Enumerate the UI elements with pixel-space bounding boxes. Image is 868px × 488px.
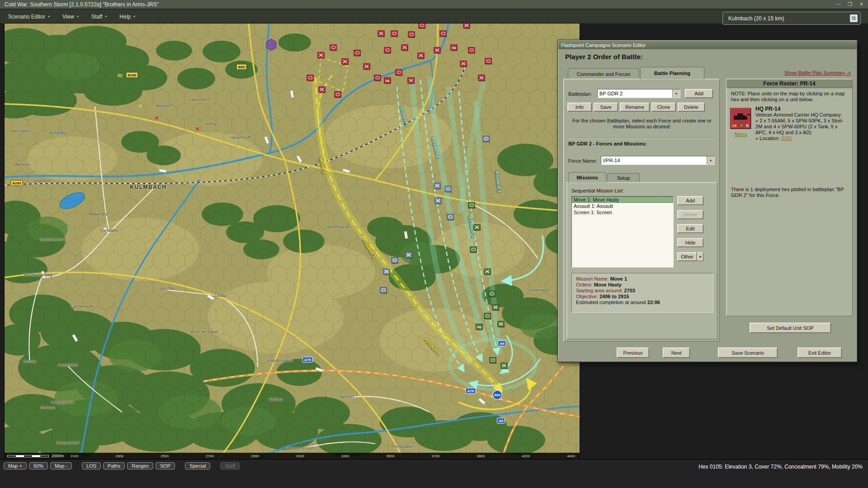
scenario-editor-window: Flashpoint Campaigns Scenario Editor Pla… bbox=[557, 40, 858, 362]
subtab-missions[interactable]: Missions bbox=[568, 172, 606, 183]
maximize-button[interactable]: ❐ bbox=[848, 1, 852, 7]
svg-text:✕: ✕ bbox=[195, 126, 199, 131]
map-name-label: Kulmbach (20 x 15 km) bbox=[728, 15, 784, 22]
map-ruler-number: 3700 bbox=[432, 454, 440, 458]
map-ruler-number: 3300 bbox=[341, 454, 349, 458]
mission-edit-button[interactable]: Edit bbox=[677, 224, 703, 233]
editor-title: Flashpoint Campaigns Scenario Editor bbox=[561, 42, 646, 48]
map-ruler-number: 3900 bbox=[476, 454, 485, 458]
mission-list-item[interactable]: Assault 1: Assault bbox=[572, 203, 673, 209]
subtab-setup-label: Setup bbox=[617, 175, 630, 181]
special-button[interactable]: Special bbox=[185, 462, 210, 469]
map-ruler-number: 3500 bbox=[387, 454, 395, 458]
sop-button[interactable]: SOP bbox=[156, 462, 175, 469]
battleplan-select[interactable]: BP GDR 2 ▼ bbox=[597, 89, 680, 98]
unit-name: HQ PR-14 bbox=[755, 106, 849, 112]
menu-view-label: View bbox=[62, 14, 74, 20]
info-button[interactable]: Info bbox=[567, 103, 592, 112]
chevron-down-icon: ▾ bbox=[105, 14, 107, 19]
map-name-box[interactable]: Kulmbach (20 x 15 km) ⧉ bbox=[722, 12, 861, 25]
map-canvas[interactable]: ✕✕✕ bbox=[5, 23, 580, 459]
mission-delete-button: Delete bbox=[677, 210, 703, 219]
svg-text:✕: ✕ bbox=[138, 103, 142, 108]
mission-list-item[interactable]: Screen 1: Screen bbox=[572, 209, 673, 216]
chevron-down-icon: ▾ bbox=[48, 14, 50, 19]
map-ruler-number: 2500 bbox=[160, 454, 169, 458]
map-jump-icon[interactable]: ⧉ bbox=[850, 14, 858, 22]
mission-hide-button[interactable]: Hide bbox=[677, 238, 703, 247]
status-bar: Map + 50% Map - LOS Paths Ranges SOP Spe… bbox=[0, 459, 868, 488]
battleplan-add-button[interactable]: Add bbox=[685, 89, 713, 98]
next-button[interactable]: Next bbox=[663, 347, 690, 358]
paths-button[interactable]: Paths bbox=[103, 462, 125, 469]
tab-commander-and-forces[interactable]: Commander and Forces bbox=[568, 68, 639, 79]
tank-silhouette-icon bbox=[734, 116, 747, 120]
map-ruler-number: 2100 bbox=[71, 454, 79, 458]
close-button[interactable]: ✕ bbox=[859, 1, 863, 7]
map-zoom-in-button[interactable]: Map + bbox=[4, 462, 27, 469]
mission-completion-value: 22:06 bbox=[647, 300, 660, 305]
deployment-note: There is 1 deployment hex plotted in bat… bbox=[731, 187, 848, 198]
mission-list-item[interactable]: Move 1: Move Hasty bbox=[572, 197, 673, 203]
map-ruler-number: 2300 bbox=[115, 454, 123, 458]
force-roster-panel: Force Roster: PR-14 NOTE: Place units on… bbox=[726, 79, 853, 316]
menu-scenario-editor[interactable]: Scenario Editor▾ bbox=[2, 11, 56, 23]
unit-location-link[interactable]: 3301 bbox=[781, 136, 792, 141]
map-zoom-out-button[interactable]: Map - bbox=[50, 462, 72, 469]
forces-missions-heading: BP GDR 2 - Forces and Missions: bbox=[568, 141, 647, 146]
tab-commander-label: Commander and Forces bbox=[577, 71, 631, 77]
dropdown-arrow-icon[interactable]: ▼ bbox=[672, 89, 680, 98]
dropdown-arrow-icon[interactable]: ▼ bbox=[707, 156, 714, 164]
zoom-level-button[interactable]: 50% bbox=[29, 462, 48, 469]
counter-strength-label: 14 bbox=[732, 123, 736, 128]
mission-completion-label: Estimated completion at around bbox=[576, 300, 646, 305]
save-button[interactable]: Save bbox=[594, 103, 618, 112]
save-scenario-button[interactable]: Save Scenario bbox=[718, 347, 778, 358]
exit-editor-button[interactable]: Exit Editor bbox=[797, 347, 842, 358]
mission-name-value: Move 1 bbox=[610, 276, 627, 282]
mission-list-label: Sequential Mission List: bbox=[571, 188, 624, 193]
minimize-button[interactable]: ─ bbox=[837, 1, 840, 7]
mission-other-dropdown-arrow[interactable]: ▼ bbox=[697, 252, 703, 261]
force-name-label: Force Name: bbox=[568, 158, 597, 164]
set-default-sop-button[interactable]: Set Default Unit SOP bbox=[750, 323, 831, 333]
map-ruler-numbers: 2100230025002700290031003300350037003900… bbox=[71, 454, 580, 458]
battleplan-label: Battleplan: bbox=[568, 91, 592, 97]
force-roster-title: Force Roster: PR-14 bbox=[726, 79, 852, 88]
clone-button[interactable]: Clone bbox=[651, 103, 676, 112]
mission-list[interactable]: Move 1: Move HastyAssault 1: AssaultScre… bbox=[571, 196, 674, 267]
editor-title-bar[interactable]: Flashpoint Campaigns Scenario Editor bbox=[558, 41, 857, 49]
chevron-down-icon: ▾ bbox=[77, 14, 79, 19]
battle-planning-page: Battleplan: BP GDR 2 ▼ Add Info Save Ren… bbox=[563, 79, 720, 342]
title-bar: Cold War: Southern Storm [2.1.0.5722α] "… bbox=[0, 0, 868, 9]
map-ruler-number: 2700 bbox=[206, 454, 214, 458]
unit-location-label: » Location: bbox=[755, 136, 780, 141]
ranges-button[interactable]: Ranges bbox=[127, 462, 153, 469]
map-scale-label: 2000m bbox=[52, 454, 64, 458]
unit-composition: » 2 x T-55AM, 5 x SPW-50PK, 3 x Strel-2M… bbox=[755, 118, 849, 136]
show-battle-plan-summary-link[interactable]: Show Battle Plan Summary -> bbox=[784, 70, 851, 75]
force-name-select[interactable]: I/PR-14 ▼ bbox=[601, 156, 715, 165]
unit-counter[interactable]: 14 S bbox=[730, 108, 751, 129]
mission-add-button[interactable]: Add bbox=[677, 196, 703, 205]
rename-button[interactable]: Rename bbox=[620, 103, 650, 112]
page-title: Player 2 Order of Battle: bbox=[565, 53, 643, 61]
mission-orders-value: Move Hasty bbox=[594, 282, 622, 287]
battleplan-value: BP GDR 2 bbox=[598, 89, 672, 98]
mission-name-label: Mission Name: bbox=[576, 276, 609, 282]
menu-scenario-editor-label: Scenario Editor bbox=[8, 14, 45, 20]
tab-battle-planning[interactable]: Battle Planning bbox=[640, 67, 704, 79]
staff-button: Staff bbox=[220, 462, 239, 469]
map-scale-bar bbox=[7, 455, 49, 457]
mission-details-box: Mission Name: Move 1 Orders: Move Hasty … bbox=[571, 273, 713, 313]
subtab-setup[interactable]: Setup bbox=[607, 173, 640, 183]
mission-other-button[interactable]: Other bbox=[677, 252, 697, 261]
menu-staff[interactable]: Staff▾ bbox=[85, 11, 113, 23]
delete-button[interactable]: Delete bbox=[678, 103, 705, 112]
unit-menu-link[interactable]: Menu bbox=[735, 131, 747, 137]
previous-button[interactable]: Previous bbox=[617, 347, 649, 358]
menu-view[interactable]: View▾ bbox=[56, 11, 85, 23]
objective-500-label: 500 bbox=[494, 393, 500, 397]
los-button[interactable]: LOS bbox=[82, 462, 101, 469]
menu-help[interactable]: Help▾ bbox=[113, 11, 142, 23]
